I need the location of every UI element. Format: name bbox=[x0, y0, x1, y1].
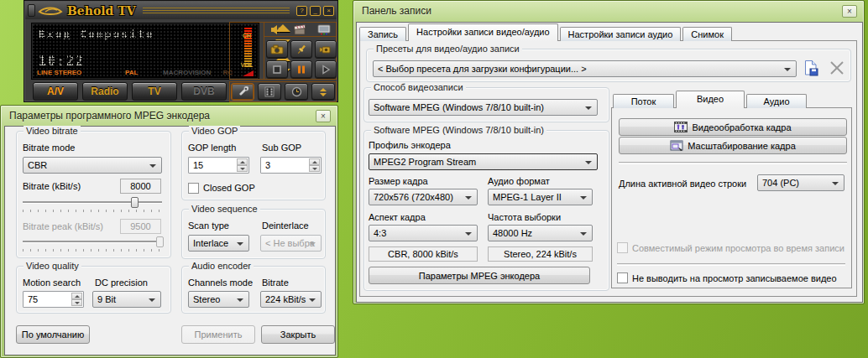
video-bitrate-info: CBR, 8000 kBit/s bbox=[369, 246, 478, 262]
subtab-video[interactable]: Видео bbox=[676, 91, 745, 108]
pause-button[interactable] bbox=[290, 60, 312, 79]
snapshot-button[interactable] bbox=[266, 40, 288, 59]
spin-up-icon[interactable] bbox=[71, 293, 82, 299]
dc-precision-combo[interactable]: 9 Bit bbox=[92, 291, 161, 308]
tab-snapshot[interactable]: Снимок bbox=[682, 27, 732, 41]
encoder-profile-label: Профиль энкодера bbox=[369, 140, 451, 150]
channels-mode-combo[interactable]: Stereo bbox=[188, 291, 249, 308]
video-files-button[interactable] bbox=[258, 83, 281, 101]
spin-up-icon[interactable] bbox=[309, 158, 320, 165]
frame-size-combo[interactable]: 720x576 (720x480) bbox=[369, 189, 478, 205]
tv-tool-row bbox=[229, 81, 337, 102]
motion-search-spinner[interactable]: 75 bbox=[23, 291, 84, 308]
sub-gop-label: Sub GOP bbox=[262, 143, 301, 153]
encoder-dialog-title: Параметры программного MPEG энкодера bbox=[9, 106, 210, 127]
stop-icon bbox=[272, 65, 282, 75]
deinterlace-combo[interactable]: < Не выбра bbox=[260, 235, 322, 252]
status-video-standard: PAL bbox=[125, 69, 138, 76]
bitrate-peak-slider[interactable] bbox=[23, 236, 162, 252]
bitrate-slider-thumb[interactable] bbox=[131, 197, 139, 208]
behold-eye-logo-icon bbox=[37, 4, 64, 18]
channel-label: CH bbox=[230, 33, 264, 39]
tv-window-title: Behold TV bbox=[67, 4, 136, 18]
tv-close-button[interactable]: × bbox=[323, 6, 334, 16]
preset-combo[interactable]: < Выбор пресета для загрузки конфигураци… bbox=[373, 60, 797, 77]
no-preview-checkbox[interactable] bbox=[617, 272, 628, 283]
record-panel-tabs: Запись Настройки записи видео/аудио Наст… bbox=[359, 23, 732, 41]
save-preset-icon[interactable] bbox=[803, 60, 818, 76]
apply-button[interactable]: Применить bbox=[181, 325, 255, 344]
mode-button-dvb[interactable]: DVB bbox=[181, 82, 227, 101]
bitrate-slider[interactable] bbox=[23, 197, 162, 212]
bitrate-peak-slider-thumb[interactable] bbox=[156, 236, 164, 247]
record-panel-close-button[interactable]: × bbox=[842, 5, 857, 18]
tv-help-button[interactable]: ? bbox=[296, 6, 307, 16]
group-legend: Software MPEG (Windows 7/8/10 built-in) bbox=[371, 125, 546, 135]
scheduler-button[interactable] bbox=[285, 83, 308, 101]
separator bbox=[619, 162, 847, 163]
behold-tv-window: Behold TV ? _ × Вход Composite 10:22 LIN… bbox=[24, 0, 338, 102]
mpeg-params-button[interactable]: Параметры MPEG энкодера bbox=[369, 267, 590, 284]
expand-button[interactable] bbox=[311, 83, 335, 101]
tv-titlebar[interactable]: Behold TV ? _ × bbox=[25, 2, 337, 19]
gop-length-spinner[interactable]: 15 bbox=[188, 157, 249, 174]
encoder-dialog-client: Video bitrate Bitrate mode CBR Bitrate (… bbox=[5, 127, 335, 355]
mode-button-av[interactable]: A/V bbox=[33, 82, 78, 101]
spin-down-icon[interactable] bbox=[309, 165, 320, 172]
sample-rate-label: Частота выборки bbox=[488, 212, 561, 222]
defaults-button[interactable]: По умолчанию bbox=[16, 325, 90, 344]
speaker-icon[interactable] bbox=[270, 24, 283, 35]
tab-audio-settings[interactable]: Настройки записи аудио bbox=[560, 27, 682, 41]
encoder-close-button[interactable]: × bbox=[316, 110, 331, 122]
mode-button-tv[interactable]: TV bbox=[132, 82, 177, 101]
encoder-profile-combo[interactable]: MPEG2 Program Stream bbox=[369, 153, 598, 170]
audio-format-combo[interactable]: MPEG-1 Layer II bbox=[488, 189, 593, 205]
frame-scaling-button[interactable]: Масштабирование кадра bbox=[619, 137, 847, 154]
record-panel-client: Запись Настройки записи видео/аудио Наст… bbox=[357, 23, 862, 302]
group-legend: Пресеты для видео/аудио записи bbox=[374, 44, 522, 54]
tv-control-panel: CH VOL bbox=[229, 22, 337, 80]
spin-down-icon[interactable] bbox=[237, 165, 248, 172]
aspect-combo[interactable]: 4:3 bbox=[369, 225, 478, 241]
subtab-stream[interactable]: Поток bbox=[613, 94, 674, 108]
play-icon bbox=[321, 65, 331, 75]
deinterlace-label: Deinterlace bbox=[262, 221, 309, 231]
desktop: Behold TV ? _ × Вход Composite 10:22 LIN… bbox=[0, 0, 868, 358]
record-panel-title: Панель записи bbox=[362, 1, 431, 22]
display-settings-icon[interactable] bbox=[317, 24, 331, 35]
subtab-audio[interactable]: Аудио bbox=[746, 94, 807, 108]
delete-preset-x-icon[interactable] bbox=[829, 60, 845, 75]
spin-down-icon[interactable] bbox=[71, 299, 82, 306]
active-line-length-combo[interactable]: 704 (PC) bbox=[757, 174, 844, 191]
sub-gop-spinner[interactable]: 3 bbox=[260, 157, 322, 174]
pause-icon bbox=[296, 65, 306, 75]
audio-bitrate-combo[interactable]: 224 kBit/s bbox=[260, 291, 322, 308]
closed-gop-checkbox[interactable] bbox=[188, 183, 199, 194]
stream-video-audio-tabs: Поток Видео Аудио bbox=[613, 90, 807, 108]
gop-length-label: GOP length bbox=[188, 143, 236, 153]
tab-video-audio-settings[interactable]: Настройки записи видео/аудио bbox=[408, 23, 557, 41]
scan-type-combo[interactable]: Interlace bbox=[188, 235, 249, 252]
record-video-button[interactable] bbox=[315, 40, 337, 59]
clapperboard-icon[interactable] bbox=[294, 24, 306, 35]
sample-rate-combo[interactable]: 48000 Hz bbox=[488, 225, 593, 241]
play-button[interactable] bbox=[315, 60, 337, 79]
group-legend: Video quality bbox=[24, 261, 81, 271]
group-legend: Audio encoder bbox=[189, 261, 254, 271]
camcorder-icon bbox=[319, 44, 332, 54]
bitrate-mode-combo[interactable]: CBR bbox=[23, 157, 162, 174]
settings-button[interactable] bbox=[231, 83, 254, 101]
video-processing-button[interactable]: Видеообработка кадра bbox=[619, 118, 847, 136]
mode-button-radio[interactable]: Radio bbox=[82, 82, 128, 101]
spin-up-icon[interactable] bbox=[237, 158, 248, 165]
tv-minimize-button[interactable]: _ bbox=[310, 6, 321, 16]
stop-button[interactable] bbox=[266, 60, 288, 79]
motion-search-label: Motion search bbox=[23, 278, 81, 288]
aspect-label: Аспект кадра bbox=[369, 212, 426, 222]
record-method-combo[interactable]: Software MPEG (Windows 7/8/10 built-in) bbox=[369, 99, 598, 116]
bitrate-peak-label: Bitrate peak (kBit/s) bbox=[23, 221, 103, 231]
compat-mode-checkbox[interactable] bbox=[617, 242, 628, 253]
close-button[interactable]: Закрыть bbox=[261, 325, 335, 344]
pin-button[interactable] bbox=[290, 40, 312, 59]
tab-record[interactable]: Запись bbox=[359, 27, 406, 41]
